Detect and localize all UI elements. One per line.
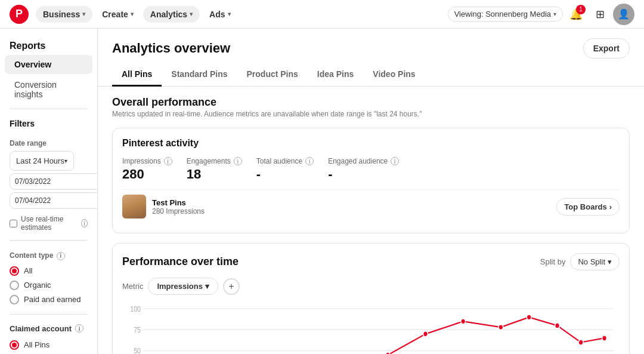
svg-point-27 xyxy=(578,340,583,345)
pinterest-activity-card: Pinterest activity Impressions i 280 Eng… xyxy=(112,128,630,233)
real-time-estimates-row: Use real-time estimates i xyxy=(0,211,97,235)
tab-product-pins[interactable]: Product Pins xyxy=(237,63,308,87)
pin-thumbnail xyxy=(122,195,146,218)
business-nav-label: Business xyxy=(43,10,80,19)
analytics-nav-button[interactable]: Analytics ▾ xyxy=(143,6,200,23)
performance-chart: 100755025-20h-16h-12h-8h-4hNow xyxy=(122,302,620,354)
radio-sonnenbergmedia-com[interactable]: sonnenbergmedia.com xyxy=(0,352,97,355)
pin-preview-left: Test Pins 280 Impressions xyxy=(122,195,205,218)
export-button[interactable]: Export xyxy=(583,38,630,59)
add-metric-button[interactable]: + xyxy=(223,278,240,295)
date-from-input[interactable] xyxy=(10,173,98,190)
date-range-value: Last 24 Hours xyxy=(16,156,64,165)
radio-option-label: All xyxy=(24,266,32,275)
real-time-info-icon[interactable]: i xyxy=(81,219,88,227)
split-by-select[interactable]: No Split ▾ xyxy=(570,253,620,270)
svg-text:50: 50 xyxy=(134,347,141,354)
metric-value-display: - xyxy=(328,167,399,182)
metric-label-engagements: Engagements i xyxy=(187,157,242,165)
claimed-account-section: Claimed account i xyxy=(0,319,97,335)
metric-item-total-audience: Total audience i - xyxy=(256,157,314,182)
top-boards-button[interactable]: Top Boards › xyxy=(556,198,620,216)
user-avatar[interactable]: 👤 xyxy=(613,4,634,25)
metric-label-total-audience: Total audience i xyxy=(256,157,314,165)
sidebar-divider-2 xyxy=(10,240,88,241)
overview-label: Overview xyxy=(14,60,51,69)
tab-idea-pins[interactable]: Idea Pins xyxy=(308,63,363,87)
top-navigation: P Business ▾ Create ▾ Analytics ▾ Ads ▾ … xyxy=(0,0,644,29)
metric-value-display: 280 xyxy=(122,167,172,182)
logo-char: P xyxy=(16,8,23,20)
messages-button[interactable]: ⊞ xyxy=(589,4,611,25)
metric-value: Impressions xyxy=(157,282,203,291)
radio-circle-icon xyxy=(10,281,19,290)
metric-item-engaged-audience: Engaged audience i - xyxy=(328,157,399,182)
analytics-chevron-icon: ▾ xyxy=(190,11,193,17)
metric-select-button[interactable]: Impressions ▾ xyxy=(148,278,218,295)
plus-icon: + xyxy=(228,281,234,292)
business-nav-button[interactable]: Business ▾ xyxy=(36,6,92,23)
svg-point-25 xyxy=(527,315,531,320)
metric-info-icon[interactable]: i xyxy=(305,157,314,165)
ads-nav-label: Ads xyxy=(209,10,225,19)
notifications-button[interactable]: 🔔 1 xyxy=(565,4,587,25)
content-type-radio-group: AllOrganicPaid and earned xyxy=(0,261,97,309)
real-time-checkbox[interactable] xyxy=(10,220,17,227)
top-boards-chevron-icon: › xyxy=(609,202,612,211)
create-nav-button[interactable]: Create ▾ xyxy=(95,6,141,23)
metric-info-icon[interactable]: i xyxy=(234,157,242,165)
sidebar-item-conversion-insights[interactable]: Conversion insights xyxy=(5,75,92,104)
viewing-chevron-icon: ▾ xyxy=(553,11,556,17)
radio-organic[interactable]: Organic xyxy=(0,278,97,293)
split-by-row: Split by No Split ▾ xyxy=(540,253,620,270)
pin-thumb-inner xyxy=(122,195,146,218)
ads-nav-button[interactable]: Ads ▾ xyxy=(202,6,237,23)
tab-all-pins[interactable]: All Pins xyxy=(112,63,162,87)
analytics-nav-label: Analytics xyxy=(150,10,187,19)
content-type-info-icon[interactable]: i xyxy=(57,252,65,260)
pin-preview-row: Test Pins 280 Impressions Top Boards › xyxy=(122,189,620,223)
viewing-button[interactable]: Viewing: Sonnenberg Media ▾ xyxy=(448,7,563,21)
radio-circle-icon xyxy=(10,295,19,304)
metric-chevron-icon: ▾ xyxy=(205,282,209,291)
chart-container: 100755025-20h-16h-12h-8h-4hNow xyxy=(122,302,620,354)
radio-option-label: Paid and earned xyxy=(24,295,80,304)
real-time-label: Use real-time estimates xyxy=(21,215,76,232)
conversion-insights-label: Conversion insights xyxy=(14,80,57,99)
svg-text:100: 100 xyxy=(130,305,141,313)
radio-paid-and-earned[interactable]: Paid and earned xyxy=(0,293,97,307)
overall-performance-subtitle: Metrics updated in real-time. Audience m… xyxy=(112,110,630,118)
content-type-section-label: Content type i xyxy=(0,245,97,261)
sidebar-item-overview[interactable]: Overview xyxy=(5,55,92,74)
date-from-row: 📅 xyxy=(10,173,88,190)
radio-circle-icon xyxy=(10,266,19,276)
date-range-button[interactable]: Last 24 Hours ▾ xyxy=(10,151,74,171)
split-by-value: No Split xyxy=(578,257,605,266)
metric-info-icon[interactable]: i xyxy=(164,157,172,165)
radio-all-pins[interactable]: All Pins xyxy=(0,338,97,352)
date-to-input[interactable] xyxy=(10,192,98,209)
filters-title: Filters xyxy=(0,114,97,133)
metric-info-icon[interactable]: i xyxy=(391,157,399,165)
svg-text:75: 75 xyxy=(134,326,141,334)
overall-performance-title: Overall performance xyxy=(112,96,630,109)
metric-label-text: Metric xyxy=(122,282,143,291)
svg-point-26 xyxy=(555,323,560,328)
metric-item-engagements: Engagements i 18 xyxy=(187,157,242,182)
radio-all[interactable]: All xyxy=(0,264,97,278)
split-by-label: Split by xyxy=(540,257,566,266)
page-header: Analytics overview Export xyxy=(98,29,644,63)
notification-badge: 1 xyxy=(576,5,586,14)
create-chevron-icon: ▾ xyxy=(131,11,134,17)
radio-circle-icon xyxy=(10,340,19,350)
tab-standard-pins[interactable]: Standard Pins xyxy=(162,63,237,87)
business-chevron-icon: ▾ xyxy=(82,11,85,17)
viewing-label: Viewing: Sonnenberg Media xyxy=(454,10,551,19)
pinterest-activity-title: Pinterest activity xyxy=(122,138,620,149)
svg-point-22 xyxy=(423,331,428,337)
radio-option-label: All Pins xyxy=(24,340,49,349)
tab-video-pins[interactable]: Video Pins xyxy=(363,63,425,87)
claimed-account-info-icon[interactable]: i xyxy=(75,324,83,333)
metric-label-engaged-audience: Engaged audience i xyxy=(328,157,399,165)
performance-header: Performance over time Split by No Split … xyxy=(122,253,620,270)
